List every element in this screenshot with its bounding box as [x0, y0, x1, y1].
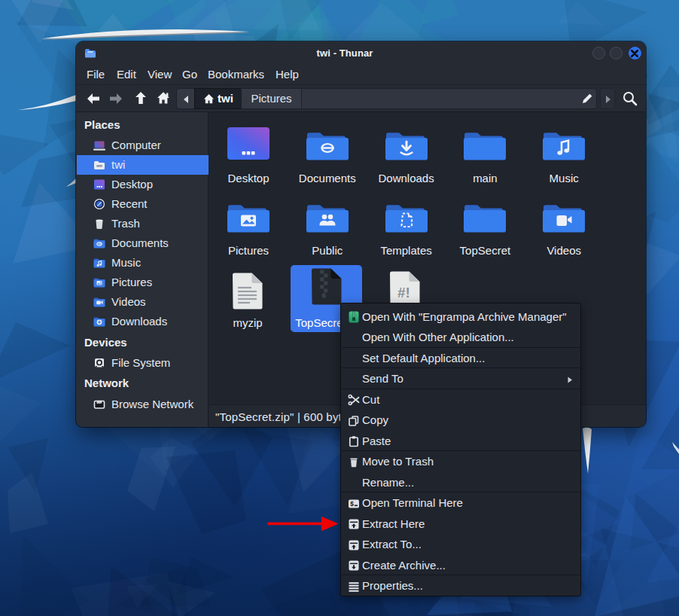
svg-text:$: $ [350, 501, 354, 508]
svg-text:#!: #! [397, 285, 410, 300]
